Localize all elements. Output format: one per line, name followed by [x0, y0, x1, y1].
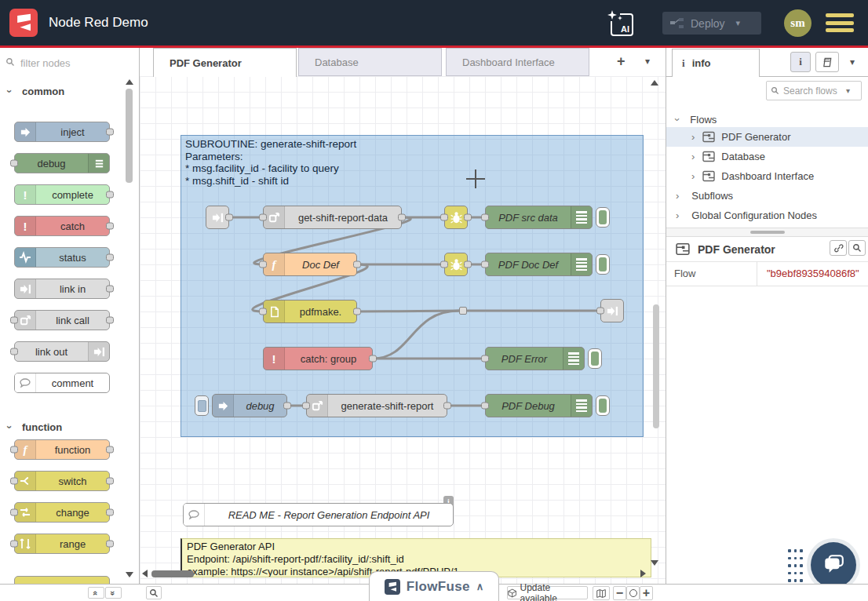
node-inject-debug[interactable]: debug: [212, 394, 287, 417]
output-port[interactable]: [106, 317, 114, 324]
find-flow-button[interactable]: [848, 240, 866, 256]
node-doc-def[interactable]: f Doc Def: [263, 253, 357, 276]
output-port[interactable]: [398, 214, 406, 221]
palette-section-function[interactable]: › function: [8, 421, 62, 433]
tree-subflows[interactable]: › Subflows: [666, 186, 868, 206]
tree-item-pdf-generator[interactable]: › PDF Generator: [666, 127, 868, 147]
node-pdf-src-data[interactable]: PDF src data: [485, 206, 593, 229]
output-port[interactable]: [225, 214, 233, 221]
palette-node-link-call[interactable]: link call: [14, 310, 110, 330]
node-link-out[interactable]: [600, 299, 624, 322]
input-port[interactable]: [10, 509, 18, 516]
input-port[interactable]: [481, 214, 489, 221]
input-port[interactable]: [10, 317, 18, 324]
wire-junction[interactable]: [459, 307, 467, 315]
input-port[interactable]: [259, 261, 267, 268]
output-port[interactable]: [464, 214, 472, 221]
deploy-caret-icon[interactable]: ▾: [736, 18, 741, 28]
zoom-out-button[interactable]: −: [613, 586, 626, 600]
palette-scroll-up-icon[interactable]: [126, 79, 133, 85]
node-generate-shift-report[interactable]: generate-shift-report: [306, 394, 447, 417]
node-debug-bug-2[interactable]: [444, 253, 468, 276]
node-link-in[interactable]: [206, 206, 229, 229]
output-port[interactable]: [106, 509, 114, 516]
node-get-shift-report-data[interactable]: get-shift-report-data: [263, 206, 402, 229]
input-port[interactable]: [259, 308, 267, 315]
input-port[interactable]: [440, 214, 448, 221]
output-port[interactable]: [106, 478, 114, 485]
palette-node-switch[interactable]: switch: [14, 471, 110, 491]
output-port[interactable]: [443, 402, 451, 410]
output-port[interactable]: [106, 223, 114, 230]
info-panel-button[interactable]: i: [790, 52, 811, 72]
collapsed-chevron-icon[interactable]: ›: [691, 131, 695, 143]
palette-scrollbar-thumb[interactable]: [126, 89, 133, 183]
palette-node-complete[interactable]: ! complete: [14, 184, 110, 205]
output-port[interactable]: [353, 308, 361, 315]
input-port[interactable]: [481, 355, 489, 362]
output-port[interactable]: [464, 261, 472, 268]
user-avatar[interactable]: sm: [784, 9, 811, 37]
deploy-button[interactable]: Deploy ▾: [662, 12, 761, 35]
node-readme-comment[interactable]: READ ME - Report Generation Endpoint API: [183, 503, 454, 526]
tab-pdf-generator[interactable]: PDF Generator: [153, 48, 297, 77]
palette-node-status[interactable]: status: [14, 247, 110, 268]
main-menu-button[interactable]: [826, 13, 854, 32]
canvas-vertical-scrollbar-thumb[interactable]: [653, 304, 659, 428]
node-pdf-debug[interactable]: PDF Debug: [485, 394, 593, 417]
output-port[interactable]: [106, 129, 114, 136]
canvas-scroll-up-icon[interactable]: [651, 80, 658, 86]
palette-expand-all-button[interactable]: »: [105, 587, 122, 599]
flowfuse-drawer-button[interactable]: FlowFuse ∧: [369, 571, 499, 601]
node-pdf-error[interactable]: PDF Error: [485, 347, 585, 370]
output-port[interactable]: [106, 541, 114, 548]
inject-trigger-button[interactable]: [195, 395, 209, 416]
palette-collapse-all-button[interactable]: «: [88, 587, 104, 599]
palette-node-debug[interactable]: debug: [14, 153, 110, 173]
tab-list-caret[interactable]: ▾: [645, 56, 650, 67]
debug-toggle-button[interactable]: [596, 395, 610, 416]
debug-toggle-button[interactable]: [588, 348, 602, 369]
sidebar-splitter[interactable]: [666, 228, 868, 237]
chat-widget-button[interactable]: [811, 542, 856, 588]
sidebar-tabs-caret[interactable]: ▾: [850, 56, 855, 67]
output-port[interactable]: [106, 191, 114, 199]
search-flows-input[interactable]: [782, 85, 846, 97]
help-book-button[interactable]: [815, 52, 839, 72]
output-port[interactable]: [353, 261, 361, 268]
palette-node-function[interactable]: f function: [14, 439, 110, 460]
node-pdf-doc-def[interactable]: PDF Doc Def: [485, 253, 593, 276]
input-port[interactable]: [596, 308, 604, 315]
node-catch-group[interactable]: ! catch: group: [263, 347, 373, 370]
palette-node-link-in[interactable]: link in: [14, 279, 110, 299]
palette-node-change[interactable]: change: [14, 502, 110, 523]
canvas-scroll-right-icon[interactable]: [640, 570, 646, 577]
tree-global-configuration[interactable]: › Global Configuration Nodes: [666, 206, 868, 225]
input-port[interactable]: [10, 348, 18, 355]
output-port[interactable]: [369, 355, 377, 362]
canvas-search-button[interactable]: [146, 586, 162, 599]
sidebar-tab-info[interactable]: i info: [672, 49, 760, 77]
input-port[interactable]: [10, 160, 18, 167]
palette-scroll-down-icon[interactable]: [126, 572, 133, 577]
input-port[interactable]: [481, 261, 489, 268]
canvas-scroll-left-icon[interactable]: [142, 570, 148, 577]
canvas-horizontal-scrollbar-thumb[interactable]: [151, 570, 194, 577]
input-port[interactable]: [481, 402, 489, 410]
debug-toggle-button[interactable]: [596, 207, 610, 228]
collapsed-chevron-icon[interactable]: ›: [676, 209, 679, 221]
node-pdfmake[interactable]: pdfmake.: [263, 300, 357, 323]
output-port[interactable]: [106, 286, 114, 293]
add-flow-button[interactable]: +: [617, 53, 625, 70]
tree-item-dashboard-interface[interactable]: › Dashboard Interface: [666, 166, 868, 186]
input-port[interactable]: [302, 402, 310, 410]
palette-node-catch[interactable]: ! catch: [14, 216, 110, 236]
search-flows-box[interactable]: ▾: [766, 81, 862, 100]
output-port[interactable]: [106, 446, 114, 453]
copy-link-button[interactable]: [830, 240, 847, 256]
tree-item-database[interactable]: › Database: [666, 147, 868, 166]
tab-database[interactable]: Database: [298, 48, 442, 76]
collapsed-chevron-icon[interactable]: ›: [691, 151, 695, 162]
input-port[interactable]: [10, 478, 18, 485]
zoom-reset-button[interactable]: [626, 586, 640, 600]
